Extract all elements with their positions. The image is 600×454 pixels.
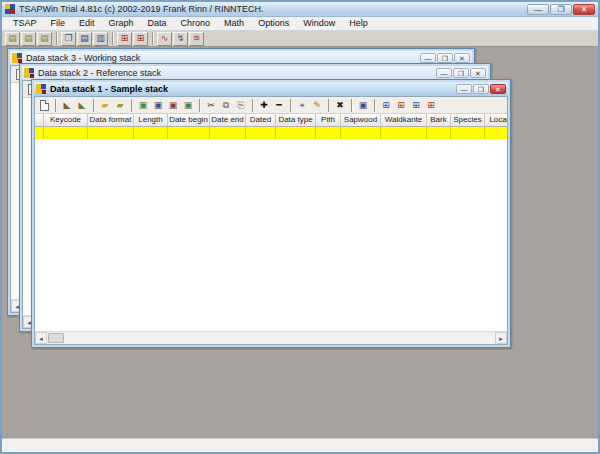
- wood-sample-button[interactable]: ◣: [60, 98, 74, 112]
- menu-options[interactable]: Options: [251, 17, 296, 30]
- menu-math[interactable]: Math: [217, 17, 251, 30]
- paste-button[interactable]: ⎘: [234, 98, 248, 112]
- close-button[interactable]: ✕: [470, 68, 486, 78]
- column-header-bark[interactable]: Bark: [427, 114, 451, 127]
- reference-stack-icon: ▤: [24, 32, 33, 45]
- scroll-right-button[interactable]: ▸: [495, 332, 507, 344]
- maximize-button[interactable]: ❐: [550, 4, 572, 15]
- table-view-1-button[interactable]: ⊞: [379, 98, 393, 112]
- new-file-icon: [40, 100, 49, 111]
- menu-window[interactable]: Window: [296, 17, 342, 30]
- close-button[interactable]: ✕: [490, 84, 506, 94]
- column-header-location[interactable]: Location: [485, 114, 507, 127]
- cut-button[interactable]: ✂: [204, 98, 218, 112]
- add-row-button[interactable]: ✚: [257, 98, 271, 112]
- window-titlebar[interactable]: Data stack 1 - Sample stack — ❐ ✕: [34, 82, 508, 96]
- selected-row-cell: [44, 127, 88, 139]
- selected-row[interactable]: [35, 127, 507, 139]
- working-stack-button[interactable]: ▤: [5, 32, 20, 46]
- graph-compare-button[interactable]: ↯: [173, 32, 188, 46]
- menu-data[interactable]: Data: [141, 17, 174, 30]
- maximize-button[interactable]: ❐: [473, 84, 489, 94]
- scroll-left-button[interactable]: ◂: [35, 332, 47, 344]
- import-folder-button[interactable]: ▰: [113, 98, 127, 112]
- column-header-species[interactable]: Species: [451, 114, 485, 127]
- column-header-data-format[interactable]: Data format: [88, 114, 134, 127]
- window-body: ◣◣▰▰▣▣▣▣✂⧉⎘✚━⌖✎✖▣⊞⊞⊞⊞ KeycodeData format…: [34, 96, 508, 345]
- graph-compare-icon: ↯: [177, 32, 185, 45]
- column-header-keycode[interactable]: Keycode: [44, 114, 88, 127]
- minimize-button[interactable]: —: [527, 4, 549, 15]
- menu-edit[interactable]: Edit: [72, 17, 102, 30]
- save-new-icon: ▣: [139, 100, 148, 110]
- tile-horizontal-button[interactable]: ▤: [77, 32, 92, 46]
- column-header-waldkante[interactable]: Waldkante: [381, 114, 427, 127]
- column-header-data-type[interactable]: Data type: [276, 114, 316, 127]
- window-titlebar[interactable]: Data stack 2 - Reference stack — ❐ ✕: [22, 66, 488, 80]
- wood-sample-import-icon: ◣: [79, 100, 86, 110]
- compare-stacks-2-button[interactable]: ⊞: [133, 32, 148, 46]
- table-area[interactable]: [35, 139, 507, 331]
- menu-chrono[interactable]: Chrono: [174, 17, 218, 30]
- save-button[interactable]: ▣: [151, 98, 165, 112]
- tile-horizontal-icon: ▤: [80, 32, 89, 45]
- open-folder-button[interactable]: ▰: [98, 98, 112, 112]
- selected-row-cell: [451, 127, 485, 139]
- column-header-pith[interactable]: Pith: [316, 114, 341, 127]
- open-folder-icon: ▰: [102, 100, 109, 110]
- table-view-1-icon: ⊞: [382, 100, 390, 110]
- column-header-date-end[interactable]: Date end: [210, 114, 246, 127]
- minimize-button[interactable]: —: [436, 68, 452, 78]
- wood-sample-import-button[interactable]: ◣: [75, 98, 89, 112]
- sample-stack-button[interactable]: ▤: [37, 32, 52, 46]
- graph-curve-button[interactable]: ∿: [157, 32, 172, 46]
- menubar: TSAPFileEditGraphDataChronoMathOptionsWi…: [2, 17, 598, 31]
- copy-button[interactable]: ⧉: [219, 98, 233, 112]
- table-view-3-button[interactable]: ⊞: [409, 98, 423, 112]
- table-view-4-button[interactable]: ⊞: [424, 98, 438, 112]
- scroll-thumb[interactable]: [48, 333, 64, 343]
- toolbar-separator: [152, 32, 154, 45]
- tile-vertical-button[interactable]: ▥: [93, 32, 108, 46]
- reference-stack-button[interactable]: ▤: [21, 32, 36, 46]
- remove-row-button[interactable]: ━: [272, 98, 286, 112]
- table-view-2-icon: ⊞: [397, 100, 405, 110]
- edit-button[interactable]: ✎: [310, 98, 324, 112]
- close-button[interactable]: ✕: [573, 4, 595, 15]
- minimize-button[interactable]: —: [456, 84, 472, 94]
- menu-file[interactable]: File: [44, 17, 73, 30]
- toolbar-separator: [55, 99, 57, 112]
- minimize-button[interactable]: —: [420, 53, 436, 63]
- graph-overlay-icon: ≋: [193, 32, 201, 45]
- column-header-date-begin[interactable]: Date begin: [168, 114, 210, 127]
- maximize-button[interactable]: ❐: [453, 68, 469, 78]
- close-button[interactable]: ✕: [454, 53, 470, 63]
- window-data-stack-1[interactable]: Data stack 1 - Sample stack — ❐ ✕ ◣◣▰▰▣▣…: [31, 79, 511, 348]
- graph-overlay-button[interactable]: ≋: [189, 32, 204, 46]
- new-file-button[interactable]: [37, 98, 51, 112]
- cascade-windows-button[interactable]: ❐: [61, 32, 76, 46]
- row-header-corner[interactable]: [35, 114, 44, 127]
- maximize-button[interactable]: ❐: [437, 53, 453, 63]
- save-new-button[interactable]: ▣: [136, 98, 150, 112]
- menu-tsap[interactable]: TSAP: [6, 17, 44, 30]
- remove-row-icon: ━: [276, 100, 281, 110]
- delete-button[interactable]: ✖: [333, 98, 347, 112]
- save-remove-icon: ▣: [169, 100, 178, 110]
- table-view-2-button[interactable]: ⊞: [394, 98, 408, 112]
- save-table-button[interactable]: ▣: [356, 98, 370, 112]
- save-export-button[interactable]: ▣: [181, 98, 195, 112]
- selected-row-cell: [485, 127, 507, 139]
- save-icon: ▣: [154, 100, 163, 110]
- compare-stacks-button[interactable]: ⊞: [117, 32, 132, 46]
- column-header-length[interactable]: Length: [134, 114, 168, 127]
- horizontal-scrollbar[interactable]: ◂ ▸: [35, 331, 507, 344]
- menu-graph[interactable]: Graph: [102, 17, 141, 30]
- window-title: Data stack 3 - Working stack: [26, 53, 420, 63]
- toolbar-separator: [252, 99, 254, 112]
- column-header-sapwood[interactable]: Sapwood: [341, 114, 381, 127]
- menu-help[interactable]: Help: [342, 17, 375, 30]
- save-remove-button[interactable]: ▣: [166, 98, 180, 112]
- column-header-dated[interactable]: Dated: [246, 114, 276, 127]
- measure-button[interactable]: ⌖: [295, 98, 309, 112]
